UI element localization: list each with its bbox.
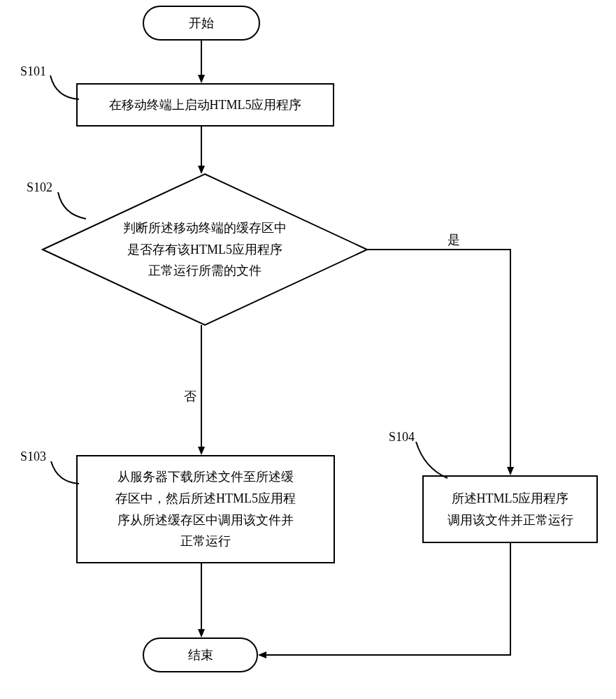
process-s101: 在移动终端上启动HTML5应用程序 [76,83,334,127]
branch-yes-label: 是 [447,231,460,248]
decision-line1: 判断所述移动终端的缓存区中 [123,217,287,239]
process-s104: 所述HTML5应用程序 调用该文件并正常运行 [422,475,598,543]
step-label-s103: S103 [20,449,46,464]
s103-l3: 序从所述缓存区中调用该文件并 [115,510,296,531]
s104-l1: 所述HTML5应用程序 [447,488,573,510]
step-label-s101: S101 [20,64,46,79]
flowchart-canvas: 开始 在移动终端上启动HTML5应用程序 判断所述移动终端的缓存区中 是否存有该… [0,0,616,699]
branch-no-label: 否 [184,388,196,405]
step-label-s104: S104 [389,430,415,445]
decision-s102-text: 判断所述移动终端的缓存区中 是否存有该HTML5应用程序 正常运行所需的文件 [123,217,287,282]
end-label: 结束 [188,647,213,663]
process-s103: 从服务器下载所述文件至所述缓 存区中，然后所述HTML5应用程 序从所述缓存区中… [76,455,335,563]
process-s103-text: 从服务器下载所述文件至所述缓 存区中，然后所述HTML5应用程 序从所述缓存区中… [115,466,296,552]
decision-s102: 判断所述移动终端的缓存区中 是否存有该HTML5应用程序 正常运行所需的文件 [41,173,368,326]
start-label: 开始 [189,15,214,31]
s103-l1: 从服务器下载所述文件至所述缓 [115,466,296,488]
decision-line2: 是否存有该HTML5应用程序 [123,239,287,261]
step-label-s102: S102 [27,180,52,195]
process-s104-text: 所述HTML5应用程序 调用该文件并正常运行 [447,488,573,531]
end-terminator: 结束 [143,637,258,672]
process-s101-text: 在移动终端上启动HTML5应用程序 [109,94,302,116]
start-terminator: 开始 [143,6,260,41]
s103-l4: 正常运行 [115,531,296,552]
s103-l2: 存区中，然后所述HTML5应用程 [115,488,296,510]
decision-line3: 正常运行所需的文件 [123,260,287,282]
s104-l2: 调用该文件并正常运行 [447,510,573,531]
